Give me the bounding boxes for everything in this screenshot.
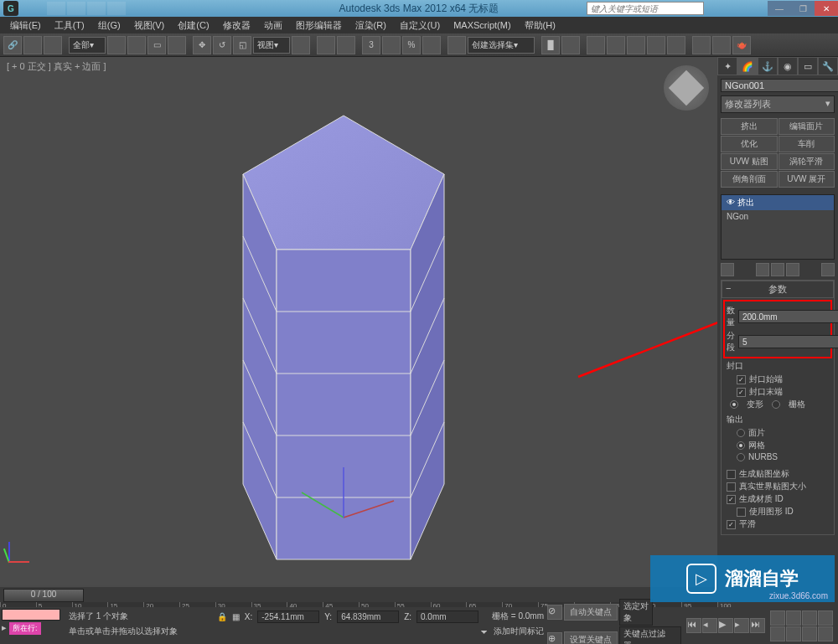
x-coord-input[interactable]: -254.11mm (257, 611, 319, 623)
show-end-result-icon[interactable] (756, 263, 769, 276)
menu-edit[interactable]: 编辑(E) (3, 18, 48, 33)
next-frame-icon[interactable]: ▸ (734, 618, 749, 633)
scene-object[interactable] (218, 107, 486, 576)
menu-tools[interactable]: 工具(T) (48, 18, 91, 33)
auto-key-button[interactable]: 自动关键点 (564, 604, 618, 621)
display-tab-icon[interactable]: ▭ (798, 57, 818, 75)
menu-animation[interactable]: 动画 (257, 18, 289, 33)
prev-frame-icon[interactable]: ◂ (702, 618, 717, 633)
make-unique-icon[interactable] (771, 263, 784, 276)
select-icon[interactable] (107, 36, 126, 54)
field-of-view-icon[interactable] (818, 626, 833, 641)
menu-create[interactable]: 创建(C) (171, 18, 215, 33)
mod-btn-editpatch[interactable]: 编辑面片 (779, 118, 835, 135)
pan-icon[interactable] (770, 626, 785, 641)
mesh-radio[interactable] (737, 441, 745, 450)
amount-input[interactable] (739, 311, 838, 322)
edit-named-sel-icon[interactable] (447, 36, 466, 54)
orbit-icon[interactable] (786, 626, 801, 641)
select-manipulate-icon[interactable] (317, 36, 335, 54)
use-shape-id-checkbox[interactable] (737, 507, 746, 517)
configure-sets-icon[interactable] (821, 263, 835, 276)
bind-icon[interactable] (44, 36, 62, 54)
move-icon[interactable]: ✥ (193, 36, 211, 54)
morph-radio[interactable] (730, 400, 738, 409)
menu-rendering[interactable]: 渲染(R) (349, 18, 393, 33)
qa-redo-icon[interactable] (107, 2, 126, 15)
rotate-icon[interactable]: ↺ (213, 36, 231, 54)
real-world-checkbox[interactable] (727, 482, 736, 492)
stack-item-ngon[interactable]: NGon (722, 210, 834, 223)
set-key-icon[interactable]: ⊕ (547, 632, 562, 645)
viewcube[interactable] (664, 65, 709, 111)
maximize-viewport-icon[interactable] (802, 626, 817, 641)
menu-customize[interactable]: 自定义(U) (393, 18, 447, 33)
angle-snap-icon[interactable] (382, 36, 401, 54)
menu-grapheditors[interactable]: 图形编辑器 (289, 18, 349, 33)
menu-maxscript[interactable]: MAXScript(M) (447, 18, 517, 32)
y-coord-input[interactable]: 64.839mm (337, 611, 399, 623)
mod-btn-lathe[interactable]: 车削 (779, 136, 835, 152)
render-icon[interactable]: 🫖 (732, 36, 751, 54)
modify-tab-icon[interactable]: 🌈 (737, 57, 758, 75)
schematic-icon[interactable] (647, 36, 665, 54)
nurbs-radio[interactable] (737, 453, 745, 461)
menu-help[interactable]: 帮助(H) (518, 18, 562, 33)
help-search-input[interactable] (587, 2, 704, 15)
pin-stack-icon[interactable] (721, 263, 734, 276)
scale-icon[interactable]: ◱ (233, 36, 251, 54)
patch-radio[interactable] (737, 429, 745, 437)
goto-line-icon[interactable]: ▸ (2, 622, 7, 632)
key-mode-icon[interactable]: ⊘ (547, 605, 562, 620)
graphite-icon[interactable] (607, 36, 625, 54)
time-tag-icon[interactable]: ⏷ (480, 627, 489, 636)
key-filters-button[interactable]: 关键点过滤器... (619, 626, 681, 645)
mod-btn-bevelprofile[interactable]: 倒角剖面 (721, 171, 778, 188)
zoom-extents-icon[interactable] (802, 611, 817, 626)
segments-input[interactable] (739, 336, 838, 348)
qa-undo-icon[interactable] (87, 2, 106, 15)
named-selection-dropdown[interactable]: 创建选择集 ▾ (468, 37, 535, 54)
window-crossing-icon[interactable] (168, 36, 186, 54)
time-slider-handle[interactable]: 0 / 100 (3, 589, 84, 602)
zoom-all-icon[interactable] (786, 611, 801, 626)
zoom-region-icon[interactable] (818, 611, 833, 626)
menu-views[interactable]: 视图(V) (127, 18, 172, 33)
lock-selection-icon[interactable]: 🔒 (217, 612, 227, 621)
gen-mapping-checkbox[interactable] (727, 470, 736, 479)
set-key-button[interactable]: 设置关键点 (564, 631, 618, 645)
mod-btn-uvwunwrap[interactable]: UVW 展开 (779, 171, 835, 188)
grid-radio[interactable] (772, 400, 780, 409)
pivot-icon[interactable] (292, 36, 310, 54)
spinner-snap-icon[interactable] (422, 36, 441, 54)
maxscript-mini-listener[interactable] (2, 609, 60, 621)
info-icon[interactable] (746, 3, 758, 14)
mod-btn-turbosmooth[interactable]: 涡轮平滑 (779, 153, 835, 170)
mirror-icon[interactable]: ▐▌ (541, 36, 560, 54)
align-icon[interactable] (561, 36, 580, 54)
stack-item-extrude[interactable]: 👁 挤出 (722, 195, 834, 210)
mod-btn-extrude[interactable]: 挤出 (721, 118, 778, 135)
viewport-label[interactable]: [ + 0 正交 ] 真实 + 边面 ] (7, 60, 106, 73)
motion-tab-icon[interactable]: ◉ (778, 57, 798, 75)
z-coord-input[interactable]: 0.0mm (416, 611, 478, 623)
goto-end-icon[interactable]: ⏭ (750, 618, 765, 633)
layers-icon[interactable] (587, 36, 605, 54)
qa-save-icon[interactable] (67, 2, 85, 15)
play-icon[interactable]: ▶ (718, 618, 733, 633)
isolate-icon[interactable]: ▦ (232, 612, 240, 621)
render-setup-icon[interactable] (692, 36, 711, 54)
ref-coord-dropdown[interactable]: 视图 ▾ (253, 37, 290, 54)
link-icon[interactable]: 🔗 (3, 36, 22, 54)
cap-end-checkbox[interactable]: ✓ (737, 388, 746, 397)
selection-filter-dropdown[interactable]: 全部 ▾ (69, 37, 106, 54)
menu-modifiers[interactable]: 修改器 (216, 18, 257, 33)
utilities-tab-icon[interactable]: 🔧 (818, 57, 838, 75)
maximize-button[interactable]: ❐ (791, 1, 815, 16)
render-frame-icon[interactable] (712, 36, 731, 54)
object-name-input[interactable] (721, 79, 838, 92)
cap-start-checkbox[interactable]: ✓ (737, 375, 746, 384)
modifier-list-dropdown[interactable]: 修改器列表▾ (721, 95, 835, 113)
gen-matid-checkbox[interactable]: ✓ (727, 495, 736, 504)
remove-modifier-icon[interactable] (786, 263, 799, 276)
